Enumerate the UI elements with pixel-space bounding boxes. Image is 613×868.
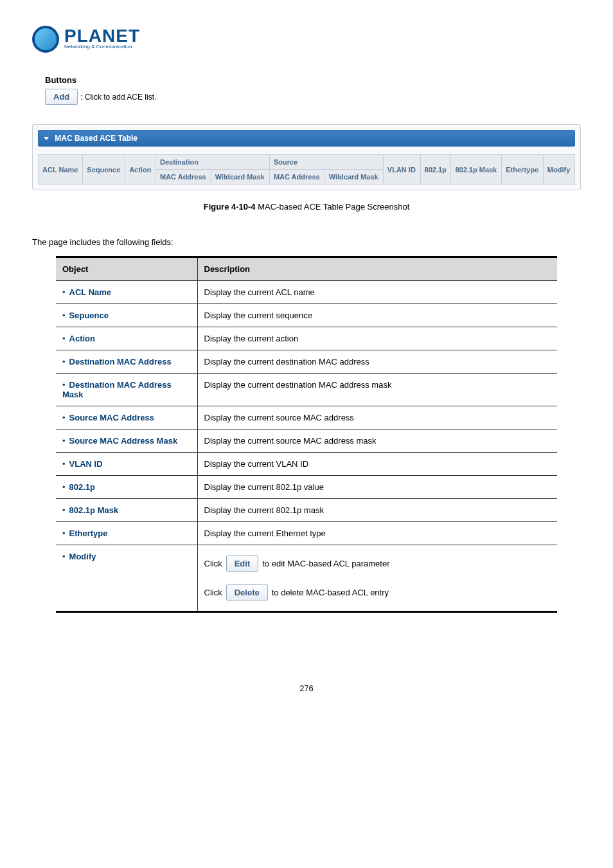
object-description: Display the current sequence [197, 304, 557, 327]
object-description: Display the current destination MAC addr… [197, 350, 557, 374]
bullet-icon: • [62, 380, 66, 390]
col-modify: Modify [543, 155, 574, 185]
table-row: •Source MAC AddressDisplay the current s… [56, 406, 557, 429]
object-description: Display the current action [197, 327, 557, 350]
table-row: •Destination MAC AddressDisplay the curr… [56, 350, 557, 374]
mac-ace-table-panel: MAC Based ACE Table ACL Name Sequence Ac… [32, 124, 581, 190]
object-label: Source MAC Address [69, 413, 154, 422]
caret-down-icon [44, 137, 49, 140]
object-label: Action [69, 334, 95, 343]
col-destination: Destination [155, 155, 269, 170]
add-button-row: Add : Click to add ACE list. [45, 89, 581, 105]
object-label: 802.1p Mask [69, 505, 119, 515]
object-description: Display the current VLAN ID [197, 453, 557, 476]
bullet-icon: • [62, 529, 66, 538]
object-label: 802.1p [69, 482, 95, 492]
bullet-icon: • [62, 436, 66, 446]
col-acl-name: ACL Name [39, 155, 83, 185]
bullet-icon: • [62, 287, 66, 297]
logo: PLANET Networking & Communication [32, 26, 581, 53]
table-row: •EthertypeDisplay the current Ethernet t… [56, 522, 557, 545]
col-src-mac: MAC Address [269, 170, 324, 185]
col-8021p-mask: 802.1p Mask [451, 155, 502, 185]
figure-text: MAC-based ACE Table Page Screenshot [256, 202, 410, 212]
col-source: Source [269, 155, 383, 170]
table-row: •ACL NameDisplay the current ACL name [56, 281, 557, 304]
object-label: Sepuence [69, 311, 109, 320]
col-src-mask: Wildcard Mask [324, 170, 383, 185]
bullet-icon: • [62, 552, 66, 561]
ace-header-table: ACL Name Sequence Action Destination Sou… [38, 154, 575, 185]
buttons-heading: Buttons [45, 75, 581, 85]
bullet-icon: • [62, 334, 66, 343]
modify-edit-text: to edit MAC-based ACL parameter [262, 559, 389, 568]
add-button-description: : Click to add ACE list. [80, 93, 156, 102]
bullet-icon: • [62, 505, 66, 515]
object-description: Display the current ACL name [197, 281, 557, 304]
panel-header[interactable]: MAC Based ACE Table [38, 130, 575, 147]
table-row: •802.1p MaskDisplay the current 802.1p m… [56, 499, 557, 522]
col-vlan-id: VLAN ID [383, 155, 420, 185]
col-sequence: Sequence [83, 155, 125, 185]
object-label: Destination MAC Address Mask [62, 380, 172, 399]
object-label: Destination MAC Address [69, 357, 172, 366]
modify-click-text: Click [204, 559, 222, 568]
figure-caption: Figure 4-10-4 MAC-based ACE Table Page S… [32, 202, 581, 212]
add-button[interactable]: Add [45, 89, 78, 105]
delete-button[interactable]: Delete [226, 584, 268, 601]
bullet-icon: • [62, 459, 66, 469]
col-dest-mask: Wildcard Mask [211, 170, 269, 185]
bullet-icon: • [62, 311, 66, 320]
bullet-icon: • [62, 482, 66, 492]
intro-text: The page includes the following fields: [32, 237, 581, 247]
table-row: •Destination MAC Address MaskDisplay the… [56, 374, 557, 406]
object-label: Modify [69, 552, 96, 561]
bullet-icon: • [62, 357, 66, 366]
object-description: Display the current source MAC address [197, 406, 557, 429]
col-action: Action [125, 155, 156, 185]
figure-number: Figure 4-10-4 [204, 202, 256, 212]
object-description-table: Object Description •ACL NameDisplay the … [56, 256, 557, 613]
object-label: Source MAC Address Mask [69, 436, 178, 446]
col-dest-mac: MAC Address [155, 170, 211, 185]
object-description: Display the current 802.1p mask [197, 499, 557, 522]
object-label: ACL Name [69, 287, 112, 297]
logo-name: PLANET [64, 29, 140, 43]
table-row: •802.1pDisplay the current 802.1p value [56, 476, 557, 499]
col-ethertype: Ethertype [502, 155, 544, 185]
table-row: •VLAN IDDisplay the current VLAN ID [56, 453, 557, 476]
bullet-icon: • [62, 413, 66, 422]
planet-globe-icon [32, 26, 59, 53]
logo-tagline: Networking & Communication [64, 44, 140, 50]
head-object: Object [56, 257, 197, 281]
modify-description: ClickEdit to edit MAC-based ACL paramete… [197, 545, 557, 612]
object-description: Display the current source MAC address m… [197, 429, 557, 453]
table-row: •ActionDisplay the current action [56, 327, 557, 350]
head-description: Description [197, 257, 557, 281]
modify-delete-text: to delete MAC-based ACL entry [272, 588, 389, 597]
object-label: VLAN ID [69, 459, 103, 469]
table-row: •Source MAC Address MaskDisplay the curr… [56, 429, 557, 453]
table-row-modify: •ModifyClickEdit to edit MAC-based ACL p… [56, 545, 557, 612]
object-description: Display the current destination MAC addr… [197, 374, 557, 406]
table-row: •SepuenceDisplay the current sequence [56, 304, 557, 327]
edit-button[interactable]: Edit [226, 556, 259, 572]
page-number: 276 [32, 683, 581, 693]
col-8021p: 802.1p [420, 155, 451, 185]
object-description: Display the current Ethernet type [197, 522, 557, 545]
panel-title: MAC Based ACE Table [55, 134, 138, 143]
object-label: Ethertype [69, 529, 108, 538]
modify-click-text: Click [204, 588, 222, 597]
object-description: Display the current 802.1p value [197, 476, 557, 499]
